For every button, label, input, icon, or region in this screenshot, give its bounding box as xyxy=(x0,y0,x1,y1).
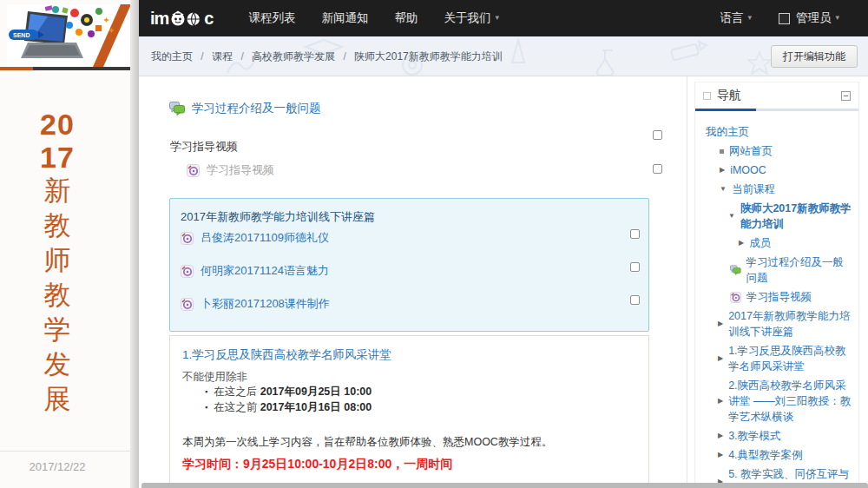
completion-checkbox[interactable] xyxy=(653,164,662,174)
sidebar-item-course[interactable]: ▼陕师大2017新教师教学能力培训 xyxy=(695,201,853,232)
completion-checkbox[interactable] xyxy=(630,262,640,272)
bullet-icon xyxy=(720,149,724,154)
sidebar-item-participants[interactable]: ▶成员 xyxy=(695,235,853,251)
slide-footer-divider xyxy=(0,451,130,452)
expand-icon[interactable]: ▶ xyxy=(718,393,723,409)
sidebar-item-my-home[interactable]: 我的主页 xyxy=(695,124,853,140)
slide-title-char: 学 xyxy=(0,313,115,347)
navigation-block: 导航 我的主页 网站首页 ▶iMOOC ▼当前课程 ▼陕师大2017新教师教学能… xyxy=(694,82,859,485)
expand-icon[interactable]: ▶ xyxy=(718,316,723,332)
sidebar-item-section0[interactable]: ▶2017年新教师教学能力培训线下讲座篇 xyxy=(695,308,853,340)
completion-checkbox[interactable] xyxy=(630,295,640,305)
nav-language-menu[interactable]: 语言▾ xyxy=(707,10,765,26)
browser-window: im c 课程列表 新闻通知 帮助 关于我们▾ 语言▾ 管理员▾ xyxy=(139,0,868,488)
restriction-condition: 在这之后 2017年09月25日 10:00 xyxy=(205,385,372,399)
video-link[interactable]: 吕俊涛20171109师德礼仪 xyxy=(201,230,329,246)
expand-icon[interactable]: ▶ xyxy=(718,428,723,444)
breadcrumb-my-home[interactable]: 我的主页 xyxy=(151,50,193,63)
sidebar-item-site-home[interactable]: 网站首页 xyxy=(695,143,853,159)
chevron-down-icon: ▾ xyxy=(747,13,752,22)
forum-icon xyxy=(169,102,185,115)
navigation-block-header: 导航 xyxy=(695,82,858,109)
slide-divider-rule xyxy=(0,67,132,70)
chevron-down-icon: ▾ xyxy=(835,13,839,22)
logo-oo-icon xyxy=(170,10,203,26)
slide-date: 2017/12/22 xyxy=(0,460,115,473)
slide-title-char: 师 xyxy=(0,243,115,278)
slide-title-char: 发 xyxy=(0,347,115,382)
slide-title-char: 教 xyxy=(0,278,115,313)
completion-checkbox[interactable] xyxy=(630,229,640,239)
sidebar-item-section4[interactable]: ▶4.典型教学案例 xyxy=(695,447,853,463)
sidebar-item-imooc[interactable]: ▶iMOOC xyxy=(695,162,853,178)
video-icon xyxy=(181,298,194,311)
imooc-logo[interactable]: im c xyxy=(150,9,213,28)
chevron-down-icon: ▾ xyxy=(495,13,499,22)
nav-about[interactable]: 关于我们▾ xyxy=(431,10,512,26)
content-sidebar-divider xyxy=(687,76,687,488)
video-link[interactable]: 卜彩丽20171208课件制作 xyxy=(201,296,330,312)
slide-title-char: 新 xyxy=(0,174,115,208)
expand-icon[interactable]: ▶ xyxy=(718,351,723,366)
nav-help[interactable]: 帮助 xyxy=(381,10,431,26)
forum-icon xyxy=(730,265,741,275)
turn-editing-on-button[interactable]: 打开编辑功能 xyxy=(771,45,858,68)
block-header-rule xyxy=(695,109,858,111)
completion-checkbox[interactable] xyxy=(653,130,662,140)
laptop-collage-illustration: SEND xyxy=(7,4,132,67)
send-button-label: SEND xyxy=(13,32,30,38)
restriction-condition: 在这之前 2017年10月16日 08:00 xyxy=(205,400,372,415)
slide-title-char: 展 xyxy=(0,382,115,417)
forum-link[interactable]: 学习过程介绍及一般问题 xyxy=(192,101,321,116)
study-time-notice: 学习时间：9月25日10:00-10月2日8:00，一周时间 xyxy=(182,457,452,472)
bottom-scrollbar[interactable] xyxy=(141,483,868,488)
sidebar-item-section2[interactable]: ▶2.陕西高校教学名师风采讲堂 ——刘三阳教授：教学艺术纵横谈 xyxy=(695,378,853,425)
avatar xyxy=(779,13,790,24)
video-link[interactable]: 何明家20171124语言魅力 xyxy=(201,263,329,279)
video-icon xyxy=(730,292,741,303)
top-navbar: im c 课程列表 新闻通知 帮助 关于我们▾ 语言▾ 管理员▾ xyxy=(139,0,868,36)
sidebar-item-section1[interactable]: ▶1.学习反思及陕西高校教学名师风采讲堂 xyxy=(695,343,853,374)
restriction-label: 不能使用除非 xyxy=(182,370,247,385)
video-link-dimmed[interactable]: 学习指导视频 xyxy=(207,162,274,178)
course-page: 学习过程介绍及一般问题 学习指导视频 学习指导视频 2017年新教师教学能力培训… xyxy=(139,76,868,488)
video-activity-row: 吕俊涛20171109师德礼仪 xyxy=(181,230,329,246)
video-activity-row-dimmed: 学习指导视频 xyxy=(187,162,274,178)
video-activity-row: 卜彩丽20171208课件制作 xyxy=(181,296,330,312)
collapse-icon[interactable]: ▼ xyxy=(728,208,735,224)
breadcrumb-current-course[interactable]: 陕师大2017新教师教学能力培训 xyxy=(354,50,503,63)
breadcrumb-courses[interactable]: 课程 xyxy=(212,50,233,63)
sidebar-item-current-course[interactable]: ▼当前课程 xyxy=(695,181,853,197)
breadcrumb-category[interactable]: 高校教师教学发展 xyxy=(252,50,335,63)
sidebar-item-video[interactable]: 学习指导视频 xyxy=(695,289,853,305)
breadcrumb-bar: U 我的主页 / 课程 / 高校教师教学发展 / 陕师大2017新教师教学能力培… xyxy=(139,36,868,76)
sidebar-item-forum[interactable]: 学习过程介绍及一般问题 xyxy=(695,254,853,286)
expand-icon[interactable]: ▶ xyxy=(718,447,723,463)
sidebar-item-section3[interactable]: ▶3.教学模式 xyxy=(695,428,853,444)
slide-title: 20 17 新 教 师 教 学 发 展 xyxy=(0,108,115,417)
slide-title-char: 教 xyxy=(0,208,115,243)
collapse-icon[interactable]: ▼ xyxy=(720,181,727,197)
highlighted-topic-box: 2017年新教师教学能力培训线下讲座篇 吕俊涛20171109师德礼仪 xyxy=(169,198,649,332)
topic-title: 2017年新教师教学能力培训线下讲座篇 xyxy=(181,209,375,225)
move-block-icon[interactable] xyxy=(703,92,711,100)
collapse-block-icon[interactable] xyxy=(841,91,851,101)
forum-activity-row: 学习过程介绍及一般问题 xyxy=(169,101,321,116)
section-link[interactable]: 1.学习反思及陕西高校教学名师风采讲堂 xyxy=(182,347,391,363)
video-icon xyxy=(187,164,200,177)
nav-news[interactable]: 新闻通知 xyxy=(308,10,381,26)
multimedia-laptop-image: SEND xyxy=(7,4,132,67)
slide-year-line2: 17 xyxy=(0,141,115,174)
navigation-block-title: 导航 xyxy=(717,88,841,103)
video-icon xyxy=(181,232,194,245)
logo-text-im: im xyxy=(150,9,168,28)
slide-year-line1: 20 xyxy=(0,108,115,141)
presentation-slide: SEND 20 17 新 教 师 教 学 发 展 2017/12/22 xyxy=(0,0,139,488)
nav-admin-menu[interactable]: 管理员▾ xyxy=(796,10,852,26)
expand-icon[interactable]: ▶ xyxy=(739,235,744,251)
expand-icon[interactable]: ▶ xyxy=(720,162,725,178)
logo-text-c: c xyxy=(204,9,213,28)
nav-course-list[interactable]: 课程列表 xyxy=(235,10,308,26)
window-edge-shadow xyxy=(130,0,139,488)
video-icon xyxy=(181,265,194,278)
